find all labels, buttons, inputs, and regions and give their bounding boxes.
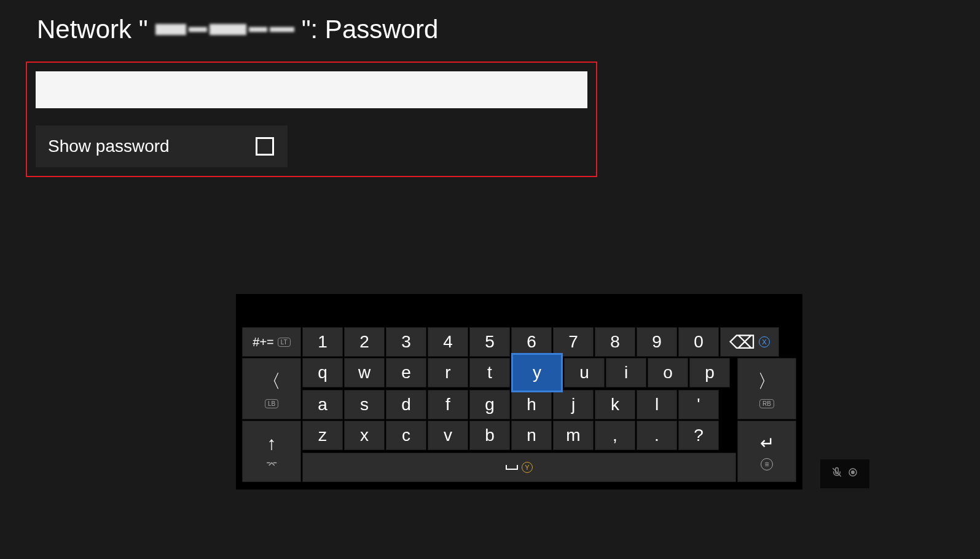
space-key[interactable]: Y xyxy=(302,453,736,482)
mic-muted-icon xyxy=(831,467,842,481)
key-question[interactable]: ? xyxy=(678,421,719,450)
key-x[interactable]: x xyxy=(344,421,385,450)
key-v[interactable]: v xyxy=(428,421,468,450)
headset-icon xyxy=(847,467,858,481)
page-title: Network " ": Password xyxy=(0,0,980,44)
cursor-right-key[interactable]: 〉 RB xyxy=(737,358,796,419)
title-prefix: Network " xyxy=(37,15,148,44)
key-4[interactable]: 4 xyxy=(428,327,468,357)
key-0[interactable]: 0 xyxy=(678,327,719,357)
key-period[interactable]: . xyxy=(637,421,677,450)
show-password-label: Show password xyxy=(48,137,170,156)
key-w[interactable]: w xyxy=(344,358,385,387)
svg-point-2 xyxy=(852,471,855,474)
backspace-key[interactable]: ⌫ X xyxy=(720,327,779,357)
key-2[interactable]: 2 xyxy=(344,327,385,357)
password-input[interactable] xyxy=(36,71,587,108)
rb-badge: RB xyxy=(759,399,774,408)
key-5[interactable]: 5 xyxy=(469,327,510,357)
chevron-right-icon: 〉 xyxy=(758,369,776,394)
key-a[interactable]: a xyxy=(302,390,343,419)
key-comma[interactable]: , xyxy=(595,421,635,450)
chevron-left-icon: 〈 xyxy=(262,369,281,394)
key-m[interactable]: m xyxy=(553,421,594,450)
key-7[interactable]: 7 xyxy=(553,327,594,357)
enter-icon: ↵ xyxy=(760,433,774,453)
key-l[interactable]: l xyxy=(637,390,677,419)
key-f[interactable]: f xyxy=(428,390,468,419)
key-q[interactable]: q xyxy=(302,358,343,387)
shift-up-icon: ↑ xyxy=(267,433,276,454)
key-3[interactable]: 3 xyxy=(386,327,426,357)
key-b[interactable]: b xyxy=(469,421,510,450)
password-input-area: Show password xyxy=(26,61,597,177)
y-badge: Y xyxy=(522,462,533,473)
key-g[interactable]: g xyxy=(469,390,510,419)
caps-sub-icon: ⌤ xyxy=(266,459,277,470)
lt-badge: LT xyxy=(278,338,291,347)
symbols-key[interactable]: #+= LT xyxy=(242,327,301,357)
key-e[interactable]: e xyxy=(386,358,426,387)
key-r[interactable]: r xyxy=(428,358,468,387)
key-1[interactable]: 1 xyxy=(302,327,343,357)
key-i[interactable]: i xyxy=(606,358,646,387)
key-y[interactable]: y xyxy=(511,353,563,392)
key-s[interactable]: s xyxy=(344,390,385,419)
enter-key[interactable]: ↵ ≡ xyxy=(737,421,796,482)
key-k[interactable]: k xyxy=(595,390,635,419)
key-u[interactable]: u xyxy=(564,358,605,387)
lb-badge: LB xyxy=(265,399,278,408)
cursor-left-key[interactable]: 〈 LB xyxy=(242,358,301,419)
key-6[interactable]: 6 xyxy=(511,327,552,357)
key-t[interactable]: t xyxy=(469,358,510,387)
backspace-icon: ⌫ xyxy=(729,331,755,353)
key-apostrophe[interactable]: ' xyxy=(678,390,719,419)
key-z[interactable]: z xyxy=(302,421,343,450)
on-screen-keyboard: #+= LT 1 2 3 4 5 6 7 8 9 0 ⌫ X 〈 LB q w … xyxy=(236,294,802,490)
network-name-redacted xyxy=(155,24,294,35)
space-icon xyxy=(506,465,518,470)
title-suffix: ": Password xyxy=(302,15,439,44)
key-c[interactable]: c xyxy=(386,421,426,450)
x-badge: X xyxy=(759,336,770,347)
show-password-checkbox[interactable] xyxy=(256,137,274,156)
key-d[interactable]: d xyxy=(386,390,426,419)
show-password-toggle[interactable]: Show password xyxy=(36,125,288,167)
key-o[interactable]: o xyxy=(648,358,688,387)
key-9[interactable]: 9 xyxy=(637,327,677,357)
key-j[interactable]: j xyxy=(553,390,594,419)
key-n[interactable]: n xyxy=(511,421,552,450)
key-8[interactable]: 8 xyxy=(595,327,635,357)
menu-badge-icon: ≡ xyxy=(761,458,773,470)
shift-key[interactable]: ↑ ⌤ xyxy=(242,421,301,482)
key-h[interactable]: h xyxy=(511,390,552,419)
key-p[interactable]: p xyxy=(689,358,730,387)
status-corner xyxy=(820,459,869,488)
